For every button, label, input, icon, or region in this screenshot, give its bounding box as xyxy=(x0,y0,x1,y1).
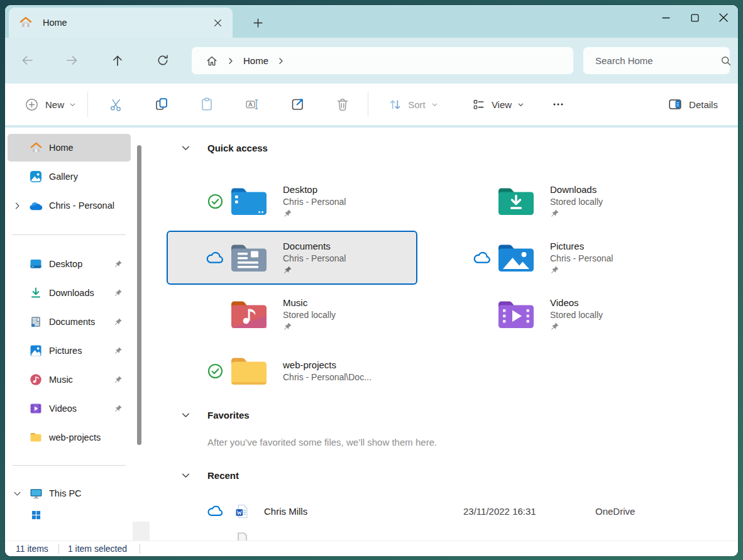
sidebar-item-music[interactable]: Music xyxy=(8,366,131,393)
sidebar-item-label: Videos xyxy=(49,404,113,414)
pin-icon xyxy=(113,346,123,355)
view-button[interactable]: View xyxy=(463,91,533,118)
chevron-down-icon[interactable] xyxy=(8,490,26,498)
section-recent-header[interactable]: Recent xyxy=(181,470,239,481)
sidebar-item-downloads[interactable]: Downloads xyxy=(8,279,131,307)
rename-button[interactable] xyxy=(238,91,266,118)
section-label: Favorites xyxy=(207,410,250,420)
tile-music[interactable]: Music Stored locally xyxy=(167,287,417,341)
pin-icon xyxy=(113,404,123,413)
minimize-button[interactable] xyxy=(651,5,680,30)
sidebar-item-documents[interactable]: Documents xyxy=(8,308,131,336)
sidebar-item-gallery[interactable]: Gallery xyxy=(8,163,131,190)
chevron-right-icon[interactable] xyxy=(8,202,26,210)
new-tab-button[interactable] xyxy=(248,13,268,33)
breadcrumb-home[interactable]: Home xyxy=(243,55,268,66)
sidebar-scrollbar[interactable] xyxy=(137,145,141,445)
recent-item-location: OneDrive xyxy=(595,506,635,517)
tile-name: Desktop xyxy=(283,184,346,195)
view-icon xyxy=(471,97,486,112)
sidebar-item-home[interactable]: Home xyxy=(8,134,131,162)
tile-subtitle: Chris - Personal xyxy=(283,253,346,263)
details-button[interactable]: Details xyxy=(656,91,729,118)
new-plus-icon xyxy=(25,97,39,112)
sidebar-item-pictures[interactable]: Pictures xyxy=(8,337,131,365)
copy-button[interactable] xyxy=(148,91,175,118)
sidebar-item-label: Music xyxy=(49,375,113,385)
maximize-button[interactable] xyxy=(680,5,709,30)
details-icon xyxy=(668,97,683,112)
forward-button[interactable] xyxy=(60,48,84,72)
tile-subtitle: Chris - Personal xyxy=(550,253,613,263)
recent-item-row[interactable]: Chris Mills 23/11/2022 16:31 OneDrive xyxy=(146,501,738,521)
home-icon xyxy=(19,16,33,30)
paste-button[interactable] xyxy=(193,91,221,118)
section-favorites-header[interactable]: Favorites xyxy=(181,410,250,420)
chevron-down-icon xyxy=(69,101,76,108)
toolbar-divider xyxy=(368,92,368,117)
search-input[interactable] xyxy=(595,55,720,66)
desktop-folder-icon xyxy=(229,185,269,217)
tile-subtitle: Stored locally xyxy=(550,310,603,320)
sync-check-icon xyxy=(201,193,229,210)
tab-title: Home xyxy=(43,18,209,28)
tile-downloads[interactable]: Downloads Stored locally xyxy=(434,174,685,228)
folder-icon xyxy=(229,354,269,387)
tile-desktop[interactable]: Desktop Chris - Personal xyxy=(167,174,417,228)
cut-button[interactable] xyxy=(102,91,130,118)
section-label: Recent xyxy=(207,470,239,481)
address-bar[interactable]: Home xyxy=(192,47,573,74)
items-count: 11 items xyxy=(16,544,48,554)
pin-icon xyxy=(113,317,123,326)
home-icon xyxy=(26,141,45,155)
tab-home[interactable]: Home xyxy=(9,8,233,38)
section-quick-access-header[interactable]: Quick access xyxy=(181,143,268,153)
delete-button[interactable] xyxy=(329,91,356,118)
sidebar-item-label: Gallery xyxy=(49,172,123,182)
pin-icon xyxy=(113,375,123,384)
chevron-right-icon[interactable] xyxy=(277,57,285,65)
favorites-empty-text: After you’ve favorited some files, we’ll… xyxy=(207,437,437,447)
tile-pictures[interactable]: Pictures Chris - Personal xyxy=(434,231,685,285)
toolbar-divider xyxy=(87,92,88,117)
videos-folder-icon xyxy=(496,298,536,331)
more-icon xyxy=(551,97,565,111)
selected-count: 1 item selected xyxy=(68,544,127,554)
search-box[interactable] xyxy=(583,47,730,74)
sidebar-item-web-projects[interactable]: web-projects xyxy=(8,424,131,451)
up-button[interactable] xyxy=(106,48,129,72)
sidebar-item-this-pc[interactable]: This PC xyxy=(8,480,131,507)
close-button[interactable] xyxy=(709,5,738,30)
refresh-button[interactable] xyxy=(151,48,175,72)
pin-icon xyxy=(113,288,123,297)
new-button[interactable]: New xyxy=(18,91,83,118)
home-outline-icon[interactable] xyxy=(206,55,218,67)
desktop-icon xyxy=(26,258,45,270)
search-icon[interactable] xyxy=(720,55,732,67)
sort-button[interactable]: Sort xyxy=(381,91,445,118)
folder-icon xyxy=(26,431,45,444)
back-button[interactable] xyxy=(15,48,39,72)
more-options-button[interactable] xyxy=(544,91,572,118)
chevron-down-icon[interactable] xyxy=(181,471,192,480)
chevron-down-icon[interactable] xyxy=(181,143,192,153)
chevron-right-icon xyxy=(227,57,234,65)
sidebar-item-desktop[interactable]: Desktop xyxy=(8,250,131,278)
sidebar-item-videos[interactable]: Videos xyxy=(8,395,131,422)
tile-documents[interactable]: Documents Chris - Personal xyxy=(167,231,417,285)
videos-icon xyxy=(26,402,45,415)
sidebar-item-os-disk[interactable] xyxy=(8,508,131,521)
tab-close-icon[interactable] xyxy=(209,14,226,31)
file-list: Quick access Desktop Chris - Personal xyxy=(146,128,738,541)
chevron-down-icon[interactable] xyxy=(181,410,192,420)
tile-web-projects[interactable]: web-projects Chris - Personal\Doc... xyxy=(167,344,417,398)
command-toolbar: New xyxy=(5,84,738,128)
tile-name: Videos xyxy=(550,297,603,308)
new-button-label: New xyxy=(45,99,64,110)
sidebar-item-onedrive[interactable]: Chris - Personal xyxy=(8,192,131,219)
rename-icon xyxy=(245,97,260,112)
tile-videos[interactable]: Videos Stored locally xyxy=(434,287,685,341)
pin-icon xyxy=(283,209,346,218)
share-button[interactable] xyxy=(283,91,311,118)
sort-icon xyxy=(388,97,402,112)
